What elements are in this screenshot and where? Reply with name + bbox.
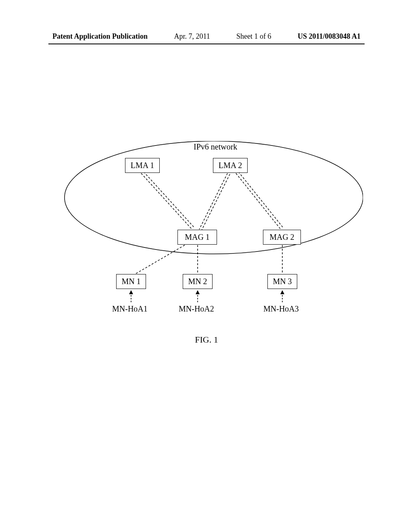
svg-line-0 (141, 173, 192, 229)
hoa3-label: MN-HoA3 (263, 304, 299, 314)
svg-line-6 (135, 245, 185, 274)
mag2-box: MAG 2 (263, 230, 301, 245)
mn3-box: MN 3 (267, 274, 297, 289)
application-number: US 2011/0083048 A1 (298, 32, 361, 41)
svg-line-4 (236, 173, 281, 229)
network-label: IPv6 network (194, 142, 237, 152)
svg-line-2 (199, 173, 227, 229)
mn1-box: MN 1 (116, 274, 146, 289)
hoa2-label: MN-HoA2 (179, 304, 214, 314)
svg-line-3 (202, 174, 230, 230)
figure-label: FIG. 1 (195, 335, 218, 345)
svg-line-1 (144, 172, 194, 228)
hoa1-label: MN-HoA1 (112, 304, 148, 314)
network-diagram: IPv6 network LMA 1 LMA 2 MAG 1 MAG 2 MN … (56, 141, 363, 310)
publication-type: Patent Application Publication (52, 32, 148, 41)
page-header: Patent Application Publication Apr. 7, 2… (0, 32, 413, 41)
svg-line-5 (238, 172, 283, 228)
lma2-box: LMA 2 (213, 158, 248, 173)
publication-date: Apr. 7, 2011 (174, 32, 210, 41)
sheet-number: Sheet 1 of 6 (236, 32, 271, 41)
mag1-box: MAG 1 (177, 230, 217, 245)
mn2-box: MN 2 (183, 274, 213, 289)
lma1-box: LMA 1 (125, 158, 160, 173)
header-divider (48, 44, 365, 44)
